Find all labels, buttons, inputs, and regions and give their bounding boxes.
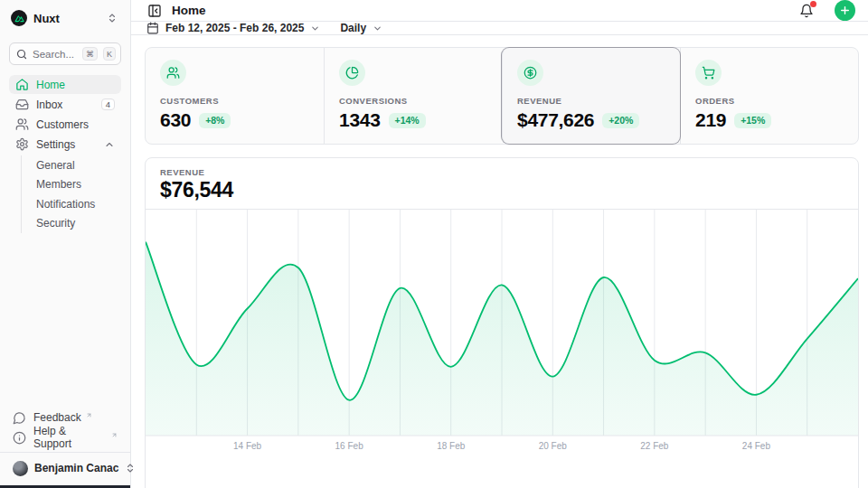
sidebar-item-label: Notifications	[36, 198, 95, 211]
message-circle-icon	[13, 411, 26, 425]
sidebar: Nuxt ⌘ K Home Inb	[0, 0, 131, 488]
sidebar-item-label: General	[36, 159, 75, 172]
stat-value: 219	[695, 109, 726, 131]
page-header: Home	[131, 0, 868, 22]
svg-text:14 Feb: 14 Feb	[233, 441, 262, 451]
stat-label: CUSTOMERS	[160, 96, 309, 106]
shopping-cart-icon	[695, 60, 722, 86]
sidebar-item-settings[interactable]: Settings	[9, 135, 121, 154]
sidebar-item-label: Home	[36, 79, 115, 91]
stat-card-orders[interactable]: ORDERS 219 +15%	[680, 48, 858, 144]
users-icon	[160, 60, 186, 86]
workspace-name: Nuxt	[33, 12, 100, 25]
notifications-button[interactable]	[798, 3, 815, 19]
inbox-icon	[15, 98, 29, 111]
sidebar-item-notifications[interactable]: Notifications	[34, 194, 121, 214]
app-window: Nuxt ⌘ K Home Inb	[0, 0, 868, 488]
sidebar-item-members[interactable]: Members	[34, 175, 121, 195]
sidebar-item-label: Inbox	[36, 99, 94, 111]
stat-value: 1343	[339, 109, 381, 131]
sidebar-item-inbox[interactable]: Inbox 4	[9, 95, 121, 114]
svg-text:20 Feb: 20 Feb	[539, 441, 568, 451]
stat-delta-badge: +20%	[602, 113, 639, 128]
main-area: Home Feb 12, 2025 - Feb 26, 2025	[131, 0, 868, 488]
info-circle-icon	[13, 431, 26, 445]
stat-delta-badge: +15%	[734, 113, 771, 128]
sidebar-item-customers[interactable]: Customers	[9, 115, 121, 134]
stat-card-customers[interactable]: CUSTOMERS 630 +8%	[146, 48, 324, 144]
sidebar-item-home[interactable]: Home	[9, 75, 121, 94]
workspace-switcher[interactable]: Nuxt	[9, 7, 121, 29]
help-support-label: Help & Support	[33, 425, 107, 450]
stat-value: 630	[160, 109, 191, 131]
search-input-wrap[interactable]: ⌘ K	[9, 42, 121, 65]
chart-metric-label: REVENUE	[160, 167, 844, 177]
stat-value: $477,626	[517, 109, 594, 131]
chevron-down-icon	[310, 23, 320, 33]
chevron-down-icon	[373, 23, 382, 33]
sidebar-item-label: Members	[36, 178, 81, 191]
dashboard-content: CUSTOMERS 630 +8% CONVERSIONS 1343 +14%	[131, 35, 868, 488]
date-range-label: Feb 12, 2025 - Feb 26, 2025	[165, 22, 304, 34]
page-title: Home	[172, 4, 789, 17]
stats-row: CUSTOMERS 630 +8% CONVERSIONS 1343 +14%	[145, 47, 859, 145]
chevrons-up-down-icon	[107, 13, 118, 23]
chevrons-up-down-icon	[125, 463, 136, 474]
nuxt-logo-icon	[11, 10, 27, 26]
gear-icon	[15, 137, 29, 151]
user-avatar	[13, 461, 28, 476]
granularity-select[interactable]: Daily	[340, 22, 382, 34]
kbd-k: K	[103, 47, 116, 61]
sidebar-divider	[0, 452, 130, 453]
sidebar-toggle-button[interactable]	[146, 3, 163, 19]
help-support-link[interactable]: Help & Support	[9, 427, 121, 447]
notification-dot	[810, 1, 816, 7]
date-range-picker[interactable]: Feb 12, 2025 - Feb 26, 2025	[146, 22, 320, 34]
settings-submenu: General Members Notifications Security	[21, 155, 121, 233]
sidebar-item-security[interactable]: Security	[34, 214, 121, 234]
sidebar-item-label: Security	[36, 217, 75, 230]
chevron-up-icon	[104, 139, 115, 150]
external-link-icon	[111, 432, 118, 438]
stat-label: REVENUE	[517, 96, 665, 106]
svg-text:24 Feb: 24 Feb	[742, 441, 771, 451]
calendar-icon	[146, 22, 159, 34]
stat-card-revenue[interactable]: REVENUE $477,626 +20%	[502, 48, 680, 144]
inbox-count-badge: 4	[101, 99, 115, 111]
add-new-button[interactable]	[835, 0, 855, 21]
search-icon	[16, 49, 27, 60]
sidebar-item-label: Customers	[36, 118, 115, 131]
filters-toolbar: Feb 12, 2025 - Feb 26, 2025 Daily	[131, 22, 868, 35]
stat-label: CONVERSIONS	[339, 96, 487, 106]
revenue-chart-card: REVENUE $76,544 14 Feb16 Feb18 Feb20 Feb…	[145, 157, 859, 488]
panel-left-close-icon	[147, 4, 162, 18]
user-name: Benjamin Canac	[34, 462, 118, 474]
granularity-label: Daily	[340, 22, 366, 34]
feedback-label: Feedback	[33, 411, 81, 424]
search-input[interactable]	[33, 49, 77, 60]
plus-icon	[839, 5, 851, 16]
sidebar-item-general[interactable]: General	[34, 155, 121, 175]
svg-text:22 Feb: 22 Feb	[640, 441, 669, 451]
sidebar-item-label: Settings	[36, 138, 97, 151]
chart-plot-area[interactable]: 14 Feb16 Feb18 Feb20 Feb22 Feb24 Feb	[146, 210, 858, 455]
stat-delta-badge: +8%	[199, 113, 231, 128]
stat-label: ORDERS	[695, 96, 844, 106]
sidebar-footer: Feedback Help & Support Benjamin Canac	[9, 408, 121, 479]
svg-text:18 Feb: 18 Feb	[437, 441, 466, 451]
revenue-area-chart: 14 Feb16 Feb18 Feb20 Feb22 Feb24 Feb	[146, 210, 858, 455]
chart-header: REVENUE $76,544	[146, 158, 858, 210]
svg-text:16 Feb: 16 Feb	[335, 441, 364, 451]
chart-metric-value: $76,544	[160, 179, 844, 202]
stat-card-conversions[interactable]: CONVERSIONS 1343 +14%	[324, 48, 502, 144]
kbd-cmd: ⌘	[82, 47, 98, 61]
home-icon	[15, 78, 29, 91]
external-link-icon	[86, 412, 92, 418]
sidebar-nav: Home Inbox 4 Customers Settings	[9, 75, 121, 408]
user-menu[interactable]: Benjamin Canac	[9, 457, 121, 479]
users-icon	[15, 117, 29, 131]
pie-chart-icon	[339, 60, 365, 86]
stat-delta-badge: +14%	[389, 113, 426, 128]
dollar-circle-icon	[517, 60, 543, 86]
